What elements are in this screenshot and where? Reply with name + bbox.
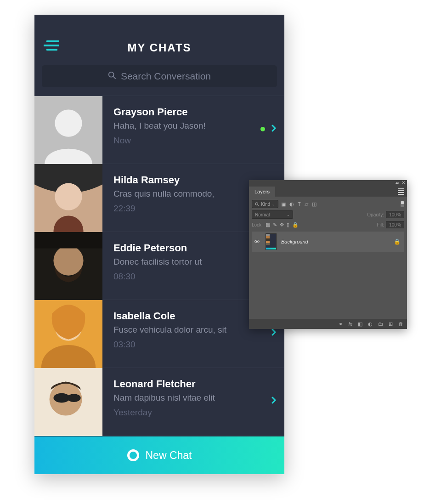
svg-point-16	[255, 203, 258, 205]
online-indicator-icon	[260, 127, 265, 131]
chat-row[interactable]: Eddie Peterson Donec facilisis tortor ut…	[34, 232, 284, 300]
avatar	[34, 232, 102, 300]
tab-layers[interactable]: Layers	[249, 187, 275, 197]
svg-line-1	[113, 77, 116, 79]
chat-actions	[260, 125, 276, 134]
panel-titlebar[interactable]: ◂◂ ✕	[249, 180, 407, 187]
delete-layer-icon[interactable]: 🗑	[398, 322, 403, 327]
svg-line-17	[258, 205, 259, 206]
chat-meta: Grayson Pierce Haha, I beat you Jason! N…	[102, 96, 284, 164]
kind-label: Kind	[261, 202, 270, 207]
layer-row[interactable]: 👁 Background 🔒	[252, 232, 404, 252]
chat-name: Leonard Fletcher	[113, 378, 275, 390]
lock-artboard-icon[interactable]: ▯	[287, 222, 289, 227]
avatar	[34, 96, 102, 164]
svg-point-0	[109, 72, 114, 77]
panel-tabs: Layers	[249, 187, 407, 197]
blend-mode-dropdown[interactable]: Normal ⌄	[252, 210, 293, 219]
chat-actions	[271, 396, 276, 406]
chat-list: Grayson Pierce Haha, I beat you Jason! N…	[34, 96, 284, 436]
blend-row: Normal ⌄ Opacity: 100%	[252, 210, 404, 220]
adjustment-layer-icon[interactable]: ◐	[368, 322, 373, 327]
avatar	[34, 164, 102, 232]
new-chat-button[interactable]: New Chat	[34, 436, 284, 474]
chat-actions	[271, 328, 276, 338]
avatar	[34, 300, 102, 368]
chevron-down-icon: ⌄	[272, 202, 275, 206]
chevron-right-icon[interactable]	[271, 396, 276, 406]
filter-smartobject-icon[interactable]: ◫	[312, 202, 317, 207]
svg-point-15	[67, 394, 81, 402]
chat-row[interactable]: Hilda Ramsey Cras quis nulla commodo, 22…	[34, 164, 284, 232]
filter-type-icon[interactable]: T	[298, 202, 301, 207]
search-icon	[108, 71, 116, 82]
chat-row[interactable]: Leonard Fletcher Nam dapibus nisl vitae …	[34, 368, 284, 436]
kind-filter-dropdown[interactable]: Kind ⌄	[252, 200, 278, 208]
link-layers-icon[interactable]: ⚭	[339, 322, 343, 327]
lock-label: Lock:	[252, 222, 263, 227]
svg-rect-9	[34, 232, 102, 249]
panel-menu-icon[interactable]	[398, 188, 404, 195]
chat-preview: Haha, I beat you Jason!	[113, 121, 275, 131]
opacity-label: Opacity:	[367, 212, 384, 217]
filter-pixel-icon[interactable]: ▣	[281, 202, 286, 207]
filter-icons: ▣ ◐ T ▱ ◫	[281, 202, 317, 207]
lock-row: Lock: ▩ ✎ ✥ ▯ 🔒 Fill: 100%	[252, 220, 404, 230]
chat-time: Now	[113, 136, 275, 146]
avatar	[34, 368, 102, 436]
new-chat-label: New Chat	[146, 449, 192, 462]
svg-point-6	[55, 183, 82, 210]
filter-row: Kind ⌄ ▣ ◐ T ▱ ◫	[252, 198, 404, 210]
blend-value: Normal	[255, 212, 270, 217]
filter-adjustment-icon[interactable]: ◐	[289, 202, 294, 207]
chat-time: 03:30	[113, 340, 275, 350]
page-title: MY CHATS	[34, 41, 284, 54]
search-placeholder: Search Conversation	[121, 71, 211, 82]
close-icon[interactable]: ✕	[401, 180, 405, 185]
layer-style-icon[interactable]: fx	[348, 322, 352, 327]
chat-time: Yesterday	[113, 408, 275, 418]
chat-row[interactable]: Isabella Cole Fusce vehicula dolor arcu,…	[34, 300, 284, 368]
lock-all-icon[interactable]: 🔒	[292, 222, 299, 227]
panel-body: Kind ⌄ ▣ ◐ T ▱ ◫ Normal ⌄ Opacity: 100%	[249, 197, 407, 319]
lock-brush-icon[interactable]: ✎	[273, 222, 277, 227]
layer-thumbnail	[266, 233, 277, 250]
new-group-icon[interactable]: 🗀	[378, 322, 383, 327]
layers-panel: ◂◂ ✕ Layers Kind ⌄ ▣ ◐ T ▱ ◫ Normal ⌄	[249, 180, 407, 329]
chat-header: MY CHATS	[34, 15, 284, 62]
chevron-down-icon: ⌄	[287, 213, 290, 217]
chat-preview: Nam dapibus nisl vitae elit	[113, 393, 275, 403]
lock-position-icon[interactable]: ✥	[280, 222, 284, 227]
visibility-toggle-icon[interactable]: 👁	[253, 238, 261, 245]
layer-mask-icon[interactable]: ◧	[358, 322, 362, 327]
chat-name: Grayson Pierce	[113, 106, 275, 118]
fill-input[interactable]: 100%	[386, 221, 404, 228]
fill-label: Fill:	[377, 222, 384, 227]
layer-name[interactable]: Background	[281, 239, 308, 244]
new-layer-icon[interactable]: ⊞	[389, 322, 393, 327]
panel-footer: ⚭ fx ◧ ◐ 🗀 ⊞ 🗑	[249, 319, 407, 329]
search-input[interactable]: Search Conversation	[42, 65, 277, 87]
filter-shape-icon[interactable]: ▱	[305, 202, 308, 207]
chat-app: MY CHATS Search Conversation Grayson Pie…	[34, 15, 284, 474]
collapse-icon[interactable]: ◂◂	[395, 181, 398, 185]
lock-transparent-icon[interactable]: ▩	[266, 222, 270, 227]
chat-meta: Leonard Fletcher Nam dapibus nisl vitae …	[102, 368, 284, 436]
chevron-right-icon[interactable]	[271, 328, 276, 338]
chevron-right-icon[interactable]	[271, 125, 276, 134]
chat-bubble-icon	[127, 449, 139, 461]
layer-lock-icon[interactable]: 🔒	[394, 238, 401, 245]
filter-toggle[interactable]	[401, 201, 404, 207]
svg-point-4	[55, 110, 82, 137]
chat-row[interactable]: Grayson Pierce Haha, I beat you Jason! N…	[34, 96, 284, 164]
svg-point-8	[53, 246, 83, 276]
opacity-input[interactable]: 100%	[386, 211, 404, 218]
